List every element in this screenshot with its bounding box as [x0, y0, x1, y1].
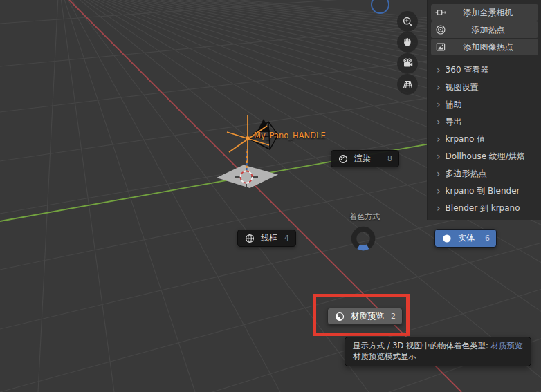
section-label: Dollhouse 纹理/烘焙 — [446, 151, 525, 162]
button-label: 添加图像热点 — [431, 41, 538, 53]
highlight-annotation-rect — [313, 294, 410, 336]
pan-button[interactable] — [397, 32, 418, 53]
tooltip-line2: 材质预览模式显示 — [353, 351, 523, 362]
selected-object-label: My_Pano_HANDLE — [254, 131, 326, 140]
chevron-right-icon: › — [437, 65, 441, 75]
section-view-settings[interactable]: ›视图设置 — [428, 79, 541, 96]
camera-view-icon — [402, 57, 414, 69]
zoom-in-icon — [402, 16, 414, 28]
section-label: 多边形热点 — [446, 168, 487, 180]
add-image-hotspot-button[interactable]: 添加图像热点 — [431, 39, 538, 55]
chevron-right-icon: › — [437, 134, 441, 144]
pie-menu-title: 着色方式 — [331, 212, 398, 222]
blender-3d-viewport-window: { "viewport": { "object_label": "My_Pano… — [0, 0, 541, 392]
pie-item-label: 实体 — [458, 232, 475, 244]
section-label: 辅助 — [446, 99, 462, 111]
section-polygon-hotspot[interactable]: ›多边形热点 — [428, 165, 541, 183]
chevron-right-icon: › — [437, 117, 441, 127]
pie-item-shortcut: 6 — [478, 234, 490, 243]
section-blender-to-krpano[interactable]: ›Blender 到 krpano — [428, 200, 541, 217]
section-label: Blender 到 krpano — [446, 203, 520, 214]
section-krpano-to-blender[interactable]: ›krpano 到 Blender — [428, 183, 541, 200]
pie-item-rendered[interactable]: 渲染 8 — [331, 150, 399, 167]
section-label: krpano 值 — [446, 133, 486, 145]
section-label: krpano 到 Blender — [446, 185, 520, 197]
section-label: 360 查看器 — [446, 64, 489, 76]
chevron-right-icon: › — [437, 100, 441, 109]
sidebar-sections: ›360 查看器 ›视图设置 ›辅助 ›导出 ›krpano 值 ›Dollho… — [428, 62, 541, 217]
add-hotspot-button[interactable]: 添加热点 — [431, 21, 538, 38]
chevron-right-icon: › — [437, 82, 441, 92]
tooltip: 显示方式 / 3D 视图中的物体着色类型: 材质预览 材质预览模式显示 — [345, 337, 531, 366]
wireframe-shading-icon — [244, 233, 255, 244]
section-dollhouse-texture-bake[interactable]: ›Dollhouse 纹理/烘焙 — [428, 148, 541, 165]
camera-view-button[interactable] — [397, 53, 418, 74]
chevron-right-icon: › — [437, 169, 441, 178]
section-label: 视图设置 — [446, 82, 479, 93]
section-helpers[interactable]: ›辅助 — [428, 96, 541, 113]
section-label: 导出 — [446, 116, 462, 128]
pie-menu-direction-ring — [347, 222, 380, 255]
chevron-right-icon: › — [437, 186, 441, 196]
solid-shading-icon — [441, 233, 452, 244]
rendered-shading-icon — [338, 153, 349, 165]
pie-item-shortcut: 8 — [380, 154, 392, 163]
perspective-toggle-button[interactable] — [397, 74, 418, 95]
sidebar-panel: 添加全景相机 添加热点 添加图像热点 ›360 查看器 ›视图设置 ›辅助 ›导… — [427, 0, 541, 220]
pan-hand-icon — [402, 37, 413, 48]
pie-item-solid[interactable]: 实体 6 — [434, 229, 497, 248]
tooltip-value: 材质预览 — [491, 341, 523, 351]
pie-item-label: 渲染 — [354, 153, 371, 165]
zoom-button[interactable] — [397, 11, 418, 32]
hotspot-icon — [435, 24, 446, 35]
button-label: 添加全景相机 — [431, 7, 538, 19]
chevron-right-icon: › — [437, 151, 441, 161]
pie-item-label: 线框 — [261, 232, 277, 244]
chevron-right-icon: › — [437, 203, 441, 213]
image-hotspot-icon — [435, 41, 446, 53]
section-360-viewer[interactable]: ›360 查看器 — [428, 62, 541, 79]
button-label: 添加热点 — [431, 24, 538, 36]
section-export[interactable]: ›导出 — [428, 113, 541, 131]
pie-item-wireframe[interactable]: 线框 4 — [237, 230, 296, 247]
tooltip-line1: 显示方式 / 3D 视图中的物体着色类型: 材质预览 — [353, 341, 523, 351]
panorama-camera-icon — [435, 7, 446, 18]
section-krpano-values[interactable]: ›krpano 值 — [428, 131, 541, 148]
pie-item-shortcut: 4 — [277, 234, 289, 243]
orthographic-grid-icon — [402, 79, 414, 91]
add-panorama-camera-button[interactable]: 添加全景相机 — [431, 4, 538, 21]
